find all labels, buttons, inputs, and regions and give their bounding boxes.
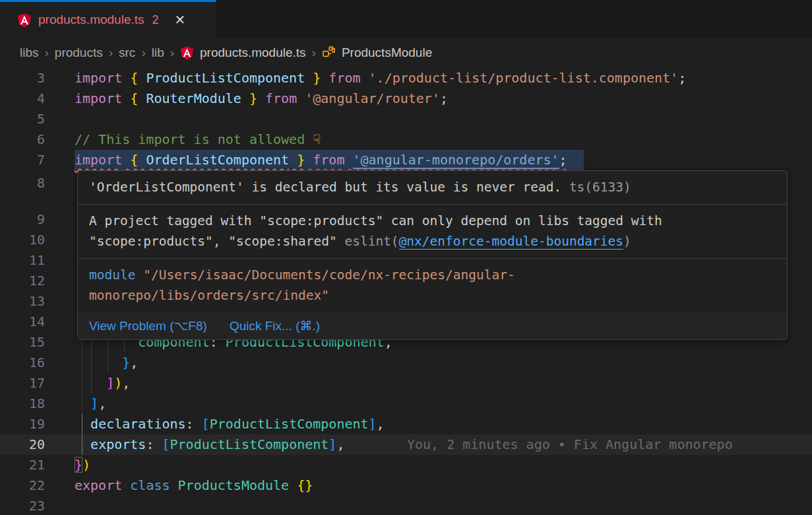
hover-message-2: A project tagged with "scope:products" c…: [78, 205, 787, 259]
code-token: ): [623, 234, 631, 249]
code-token: [75, 375, 106, 391]
code-token: [122, 477, 130, 493]
code-token: "scope:products", "scope:shared": [89, 234, 337, 249]
breadcrumb-label: libs: [20, 46, 39, 60]
code-token: [75, 355, 122, 370]
breadcrumb-item-libs[interactable]: libs: [20, 46, 39, 60]
code-token: ProductListComponent: [170, 436, 329, 452]
chevron-right-icon: ›: [170, 46, 174, 60]
code-line-text: }): [75, 455, 90, 475]
code-token: import: [75, 152, 122, 168]
code-token: // This import is not allowed: [75, 131, 313, 147]
code-token: ;: [440, 90, 448, 106]
code-token: ,: [336, 436, 344, 452]
code-token: {: [130, 152, 146, 168]
line-number-11[interactable]: 11: [0, 250, 45, 271]
code-token: ProductsModule: [178, 477, 290, 493]
line-number-13[interactable]: 13: [0, 291, 45, 312]
code-token: [361, 70, 369, 86]
code-token: [305, 152, 313, 168]
tab-problem-count: 2: [152, 13, 159, 27]
eslint-rule-link[interactable]: @nx/enforce-module-boundaries: [399, 234, 623, 250]
line-number-8[interactable]: 8: [0, 173, 45, 193]
code-token: [75, 416, 90, 432]
code-token: "/Users/isaac/Documents/code/nx-recipes/…: [135, 267, 515, 283]
code-token: import: [75, 70, 122, 86]
code-token: './product-list/product-list.component': [369, 70, 679, 86]
code-token: ]: [328, 436, 336, 452]
import-path-link[interactable]: '@angular-monorepo/orders': [353, 152, 559, 169]
code-line-17[interactable]: ]),: [0, 373, 812, 394]
angular-icon: [17, 13, 32, 27]
angular-icon: [180, 46, 195, 60]
chevron-right-icon: ›: [109, 46, 113, 60]
hover-message-3: module "/Users/isaac/Documents/code/nx-r…: [78, 259, 787, 312]
code-line-19[interactable]: declarations: [ProductListComponent],: [0, 414, 812, 434]
code-token: RouterModule: [138, 90, 249, 106]
line-number-12[interactable]: 12: [0, 271, 45, 291]
code-line-text: },: [75, 353, 138, 373]
breadcrumb-label: lib: [152, 46, 164, 60]
problem-hover-popup: 'OrderListComponent' is declared but its…: [77, 170, 788, 340]
code-line-18[interactable]: ],: [0, 394, 812, 414]
close-icon[interactable]: ✕: [175, 12, 186, 28]
code-token: from: [313, 152, 344, 168]
breadcrumb-label: products.module.ts: [200, 46, 306, 60]
code-token: class: [130, 477, 170, 493]
code-token: from: [328, 70, 360, 86]
breadcrumb-label: ProductsModule: [342, 46, 432, 60]
code-token: export: [75, 477, 122, 493]
chevron-right-icon: ›: [141, 46, 145, 60]
code-token: ]: [106, 375, 114, 391]
code-token: ☟: [313, 131, 321, 147]
breadcrumb-item-src[interactable]: src: [119, 46, 135, 60]
code-token: ,: [122, 375, 130, 391]
code-line-text: declarations: [ProductListComponent],: [75, 414, 385, 434]
line-number-14[interactable]: 14: [0, 312, 45, 332]
hover-action-bar: View Problem (⌥F8)Quick Fix... (⌘.): [78, 312, 787, 339]
code-token: [257, 90, 265, 106]
code-token: ,: [377, 416, 385, 432]
code-token: import: [75, 90, 122, 106]
view-problem-action[interactable]: View Problem (⌥F8): [89, 316, 207, 335]
breadcrumb-item-productsmodule[interactable]: ProductsModule: [322, 46, 432, 60]
code-token: ): [82, 457, 90, 473]
code-token: }: [313, 70, 321, 86]
code-line-3[interactable]: import { ProductListComponent } from './…: [0, 68, 812, 88]
code-token: from: [265, 90, 297, 106]
code-line-text: import { ProductListComponent } from './…: [75, 68, 686, 88]
breadcrumb-item-lib[interactable]: lib: [152, 46, 164, 60]
code-token: :: [186, 416, 202, 432]
code-line-21[interactable]: }): [0, 455, 812, 475]
code-line-4[interactable]: import { RouterModule } from '@angular/r…: [0, 88, 812, 109]
code-token: [297, 90, 305, 106]
breadcrumb-label: src: [119, 46, 135, 60]
code-line-5[interactable]: [0, 109, 812, 129]
line-number-10[interactable]: 10: [0, 230, 45, 250]
breadcrumb-item-products-module-ts[interactable]: products.module.ts: [180, 46, 306, 60]
breadcrumb-item-products[interactable]: products: [55, 46, 103, 60]
code-token: eslint(: [337, 234, 399, 249]
line-number-9[interactable]: 9: [0, 209, 45, 230]
tab-products-module[interactable]: products.module.ts 2 ✕: [0, 0, 216, 38]
code-line-22[interactable]: export class ProductsModule {}: [0, 475, 812, 496]
code-token: [289, 477, 297, 493]
code-token: ]: [369, 416, 377, 432]
code-token: exports: [90, 436, 146, 452]
code-token: monorepo/libs/orders/src/index": [89, 288, 329, 303]
code-token: :: [146, 436, 162, 452]
quick-fix-action[interactable]: Quick Fix... (⌘.): [230, 316, 320, 335]
code-token: }: [122, 355, 130, 370]
code-token: }: [289, 152, 305, 168]
code-token: {: [130, 90, 138, 106]
code-line-6[interactable]: // This import is not allowed ☟: [0, 129, 812, 150]
code-token: [321, 70, 328, 86]
code-line-20[interactable]: exports: [ProductListComponent],You, 2 m…: [0, 434, 812, 455]
hover-message-line: "scope:products", "scope:shared" eslint(…: [89, 231, 776, 252]
code-token: ProductListComponent: [138, 70, 313, 86]
code-line-16[interactable]: },: [0, 353, 812, 373]
code-token: [75, 436, 90, 452]
code-line-23[interactable]: [0, 496, 812, 515]
code-line-7[interactable]: import { OrderListComponent } from '@ang…: [0, 150, 812, 170]
code-token: {}: [297, 477, 313, 493]
